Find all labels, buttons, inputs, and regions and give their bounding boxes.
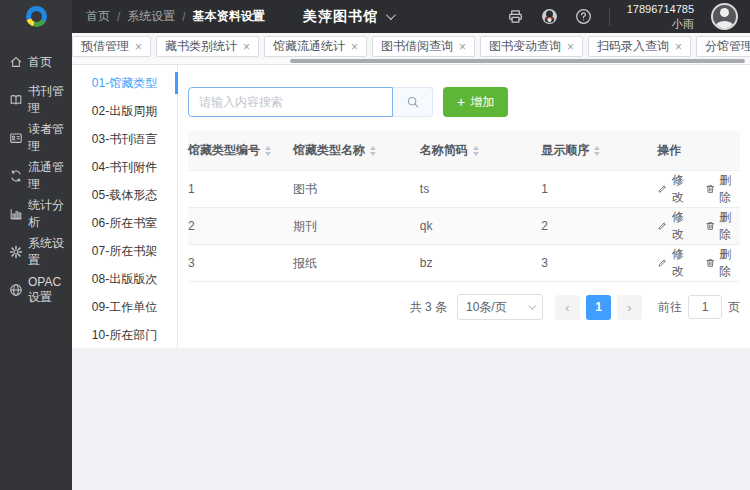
circulation-icon	[9, 169, 23, 183]
background-area	[72, 348, 750, 490]
cell-actions: 修改 删除	[657, 172, 740, 206]
avatar-head	[720, 8, 729, 17]
breadcrumb-home[interactable]: 首页	[86, 8, 110, 25]
delete-button[interactable]: 删除	[705, 172, 740, 206]
close-icon[interactable]	[135, 41, 142, 53]
pagination-total: 共 3 条	[410, 299, 447, 316]
pencil-icon	[657, 220, 667, 232]
tab-label: 预借管理	[81, 38, 129, 55]
edit-button[interactable]: 修改	[657, 246, 692, 280]
sidebar-item-label: 流通管理	[28, 159, 72, 193]
content-panel: 01-馆藏类型 02-出版周期 03-书刊语言 04-书刊附件	[72, 64, 750, 348]
pagination: 共 3 条 10条/页 1 前往 页	[188, 294, 740, 320]
chevron-down-icon	[386, 10, 396, 20]
trash-icon	[705, 257, 715, 269]
table-header-id[interactable]: 馆藏类型编号	[188, 131, 293, 170]
submenu-item[interactable]: 09-工作单位	[72, 293, 177, 321]
edit-button[interactable]: 修改	[657, 172, 692, 206]
close-icon[interactable]	[243, 41, 250, 53]
main-layout: 首页 书刊管理 读者管理 流通管理 统计分析 系统设置 OPAC设置	[0, 33, 750, 490]
submenu-item-label: 07-所在书架	[92, 244, 157, 258]
cell-id: 1	[188, 182, 293, 196]
close-icon[interactable]	[567, 41, 574, 53]
sidebar-item-settings[interactable]: 系统设置	[0, 233, 72, 271]
books-icon	[9, 93, 23, 107]
sidebar-item-circulation[interactable]: 流通管理	[0, 157, 72, 195]
submenu-item[interactable]: 07-所在书架	[72, 237, 177, 265]
submenu-item[interactable]: 04-书刊附件	[72, 153, 177, 181]
table-header-name[interactable]: 馆藏类型名称	[293, 131, 420, 170]
table-header-code[interactable]: 名称简码	[420, 131, 541, 170]
sidebar-item-opac[interactable]: OPAC设置	[0, 271, 72, 309]
sort-icon	[473, 146, 479, 156]
table-row: 2 期刊 qk 2 修改	[188, 208, 740, 245]
goto-page: 前往 页	[658, 295, 740, 319]
app-logo	[0, 0, 72, 33]
tab-label: 分馆管理	[705, 38, 750, 55]
table-header-order[interactable]: 显示顺序	[541, 131, 657, 170]
sidebar: 首页 书刊管理 读者管理 流通管理 统计分析 系统设置 OPAC设置	[0, 33, 72, 490]
divider	[609, 8, 610, 26]
sidebar-item-readers[interactable]: 读者管理	[0, 119, 72, 157]
tab[interactable]: 藏书类别统计	[156, 36, 259, 57]
next-page-button[interactable]	[617, 295, 642, 320]
tab[interactable]: 分馆管理	[696, 36, 750, 57]
tab[interactable]: 扫码录入查询	[588, 36, 691, 57]
delete-button[interactable]: 删除	[705, 209, 740, 243]
table-body: 1 图书 ts 1 修改	[188, 171, 740, 282]
table-row: 1 图书 ts 1 修改	[188, 171, 740, 208]
sidebar-item-home[interactable]: 首页	[0, 43, 72, 81]
tab-scrollbar-track	[72, 59, 750, 64]
topbar-actions: 17896714785 小雨	[507, 2, 750, 31]
cell-name: 报纸	[293, 255, 420, 272]
search-input[interactable]	[188, 87, 393, 117]
add-button[interactable]: 增加	[443, 87, 508, 117]
cell-id: 2	[188, 219, 293, 233]
cell-order: 1	[541, 182, 657, 196]
avatar-torso	[715, 21, 734, 30]
breadcrumb-section[interactable]: 系统设置	[127, 8, 175, 25]
sidebar-item-statistics[interactable]: 统计分析	[0, 195, 72, 233]
close-icon[interactable]	[675, 41, 682, 53]
edit-button[interactable]: 修改	[657, 209, 692, 243]
goto-page-input[interactable]	[688, 295, 722, 319]
organization-selector[interactable]: 美萍图书馆	[303, 0, 393, 33]
trash-icon	[705, 220, 715, 232]
current-page-button[interactable]: 1	[586, 295, 611, 320]
delete-button[interactable]: 删除	[705, 246, 740, 280]
cell-actions: 修改 删除	[657, 246, 740, 280]
tab[interactable]: 馆藏流通统计	[264, 36, 367, 57]
help-icon[interactable]	[575, 8, 592, 25]
submenu-item[interactable]: 05-载体形态	[72, 181, 177, 209]
submenu-item[interactable]: 02-出版周期	[72, 97, 177, 125]
submenu-item[interactable]: 08-出版版次	[72, 265, 177, 293]
tab[interactable]: 图书变动查询	[480, 36, 583, 57]
submenu-item[interactable]: 10-所在部门	[72, 321, 177, 349]
trash-icon	[705, 183, 715, 195]
close-icon[interactable]	[351, 41, 358, 53]
tab-scrollbar-thumb[interactable]	[290, 59, 745, 63]
printer-icon[interactable]	[507, 8, 524, 25]
pencil-icon	[657, 183, 667, 195]
goto-unit: 页	[728, 299, 740, 316]
search-button[interactable]	[393, 87, 433, 117]
tab-label: 藏书类别统计	[165, 38, 237, 55]
globe-icon	[9, 283, 23, 297]
breadcrumb-separator: /	[182, 10, 185, 24]
prev-page-button[interactable]	[555, 295, 580, 320]
submenu-item[interactable]: 01-馆藏类型	[72, 69, 177, 97]
sidebar-item-label: OPAC设置	[28, 275, 72, 306]
user-info[interactable]: 17896714785 小雨	[627, 2, 694, 31]
tab-label: 图书借阅查询	[381, 38, 453, 55]
submenu-item[interactable]: 06-所在书室	[72, 209, 177, 237]
sidebar-item-books[interactable]: 书刊管理	[0, 81, 72, 119]
close-icon[interactable]	[459, 41, 466, 53]
search-icon	[406, 95, 420, 109]
submenu-item[interactable]: 03-书刊语言	[72, 125, 177, 153]
sort-icon	[370, 146, 376, 156]
tab[interactable]: 预借管理	[72, 36, 151, 57]
service-qq-icon[interactable]	[541, 8, 558, 25]
avatar[interactable]	[711, 3, 738, 30]
tab[interactable]: 图书借阅查询	[372, 36, 475, 57]
page-size-select[interactable]: 10条/页	[457, 294, 543, 320]
